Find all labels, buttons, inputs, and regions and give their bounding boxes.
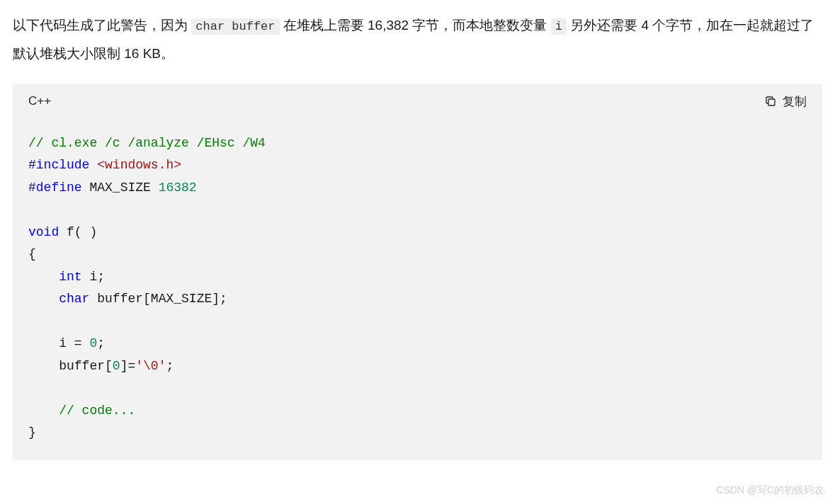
code-string: '\0' [135,359,166,373]
code-number: 0 [89,336,97,350]
code-body: // cl.exe /c /analyze /EHsc /W4 #include… [13,120,822,460]
code-number: 16382 [159,181,197,195]
inline-code-buffer: char buffer [191,18,279,35]
code-type: int [59,270,81,284]
code-language-label: C++ [28,94,51,108]
code-type: char [59,292,89,306]
copy-button-label: 复制 [783,93,807,110]
code-text: ; [166,359,174,373]
text-segment: 在堆栈上需要 16,382 字节，而本地整数变量 [280,18,551,33]
code-text: buffer[MAX_SIZE]; [89,292,227,306]
code-comment: // code... [59,403,135,418]
code-text: } [28,425,36,440]
explanation-paragraph: 以下代码生成了此警告，因为 char buffer 在堆栈上需要 16,382 … [13,11,822,68]
code-preprocessor: #define [28,181,82,195]
code-number: 0 [113,359,120,373]
copy-icon [764,95,777,108]
code-keyword: void [28,225,59,239]
svg-rect-0 [768,99,775,105]
text-segment: 以下代码生成了此警告，因为 [13,18,191,33]
code-text: MAX_SIZE [82,181,159,195]
code-text: i; [82,270,105,284]
code-block: C++ 复制 // cl.exe /c /analyze /EHsc /W4 #… [13,84,822,460]
code-preprocessor: #include [28,158,89,172]
code-text: buffer[ [28,359,113,373]
code-text: { [28,247,36,261]
code-text: ; [97,336,105,350]
code-text: i = [28,336,89,350]
copy-button[interactable]: 复制 [764,93,807,110]
code-header: C++ 复制 [13,84,822,120]
code-comment: // cl.exe /c /analyze /EHsc /W4 [28,136,266,150]
code-text: ]= [120,359,136,373]
code-include-path: <windows.h> [89,158,181,172]
code-text: f( ) [59,225,97,239]
inline-code-i: i [551,18,567,35]
